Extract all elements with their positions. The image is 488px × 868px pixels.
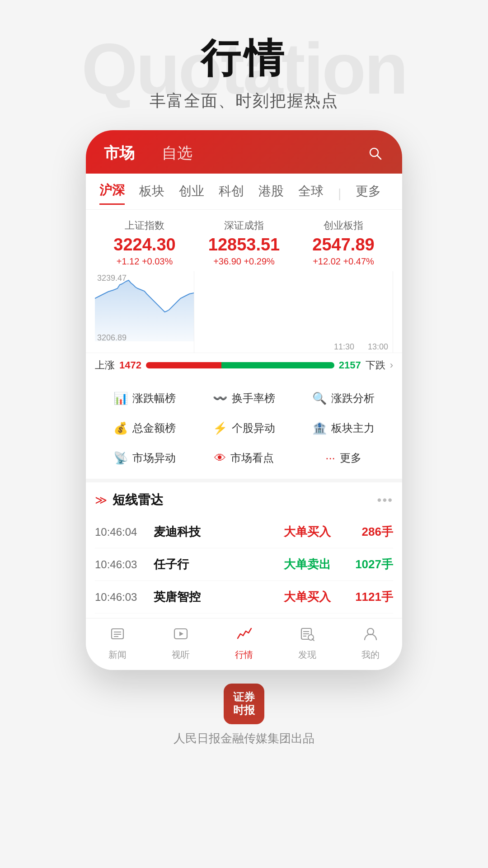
menu-item-sector-main[interactable]: 🏦 板块主力 [294, 415, 393, 442]
chart-time-labels: 11:30 13:00 [194, 341, 393, 353]
tab-watchlist[interactable]: 自选 [162, 143, 192, 164]
sector-main-text: 板块主力 [331, 421, 375, 435]
market-icon [236, 626, 252, 646]
index-shanghai-value: 3224.30 [95, 235, 194, 255]
chart-area: 3239.47 3206.89 11:30 13:00 [95, 271, 393, 353]
svg-line-1 [377, 156, 381, 159]
tab-market[interactable]: 市场 [104, 143, 135, 164]
phone-frame: 市场 自选 沪深 板块 创业 科创 港股 全球 | 更多 上证指数 3224.3… [86, 130, 402, 670]
top-bar-tabs: 市场 自选 [104, 143, 192, 164]
nav-news[interactable]: 新闻 [86, 626, 149, 661]
index-shanghai-change: +1.12 +0.03% [95, 256, 194, 267]
index-shenzhen-name: 深证成指 [194, 219, 294, 232]
radar-amount-0: 286手 [343, 524, 393, 540]
market-movement-icon: 📡 [113, 451, 128, 465]
radar-action-2: 大单买入 [271, 589, 343, 605]
menu-item-market-view[interactable]: 👁 市场看点 [194, 444, 294, 472]
menu-item-more[interactable]: ··· 更多 [294, 444, 393, 472]
menu-item-market-movement[interactable]: 📡 市场异动 [95, 444, 194, 472]
turnover-rank-icon: 〰️ [213, 392, 227, 406]
nav-video[interactable]: 视听 [149, 626, 212, 661]
rise-label: 上涨 [95, 359, 115, 372]
index-row: 上证指数 3224.30 +1.12 +0.03% 深证成指 12853.51 … [86, 210, 402, 271]
radar-time-0: 10:46:04 [95, 526, 154, 538]
rise-fall-track [146, 362, 334, 368]
menu-item-rise-fall-rank[interactable]: 📊 涨跌幅榜 [95, 385, 194, 412]
menu-item-total-amount[interactable]: 💰 总金额榜 [95, 415, 194, 442]
chart-left: 3239.47 3206.89 [95, 271, 194, 353]
nav-video-label: 视听 [172, 649, 190, 661]
radar-stock-2: 英唐智控 [154, 589, 271, 605]
rise-fall-rank-icon: 📊 [113, 392, 128, 406]
bottom-navigation: 新闻 视听 行情 [86, 618, 402, 670]
menu-item-rise-fall-analysis[interactable]: 🔍 涨跌分析 [294, 385, 393, 412]
discover-icon [299, 626, 315, 646]
nav-discover-label: 发现 [298, 649, 316, 661]
chart-low-label: 3206.89 [97, 333, 127, 343]
fall-label: 下跌 [366, 359, 385, 372]
menu-row-3: 📡 市场异动 👁 市场看点 ··· 更多 [95, 444, 393, 472]
index-shenzhen-change: +36.90 +0.29% [194, 256, 294, 267]
index-chuangye-name: 创业板指 [294, 219, 393, 232]
menu-grid: 📊 涨跌幅榜 〰️ 换手率榜 🔍 涨跌分析 💰 总金额榜 ⚡ 个股异动 � [86, 377, 402, 482]
radar-title: 短线雷达 [113, 491, 163, 509]
footer-logo: 证券 时报 [224, 684, 264, 724]
fall-bar [221, 362, 334, 368]
chevron-right-icon: › [390, 359, 393, 371]
index-shenzhen[interactable]: 深证成指 12853.51 +36.90 +0.29% [194, 219, 294, 267]
radar-time-2: 10:46:03 [95, 591, 154, 604]
subnav-chuangye[interactable]: 创业 [179, 183, 204, 204]
nav-market-label: 行情 [235, 649, 253, 661]
radar-header: ≫ 短线雷达 ••• [95, 491, 393, 509]
stock-movement-icon: ⚡ [213, 421, 227, 435]
profile-icon [362, 626, 379, 646]
total-amount-icon: 💰 [113, 421, 128, 435]
menu-item-stock-movement[interactable]: ⚡ 个股异动 [194, 415, 294, 442]
footer-text: 人民日报金融传媒集团出品 [0, 731, 488, 746]
radar-amount-1: 1027手 [343, 557, 393, 572]
turnover-rank-text: 换手率榜 [232, 391, 275, 406]
radar-time-1: 10:46:03 [95, 558, 154, 571]
nav-market[interactable]: 行情 [212, 626, 276, 661]
sub-navigation: 沪深 板块 创业 科创 港股 全球 | 更多 [86, 174, 402, 210]
chart-high-label: 3239.47 [97, 274, 127, 283]
top-bar: 市场 自选 [86, 130, 402, 174]
subnav-hkstock[interactable]: 港股 [258, 183, 284, 204]
index-shanghai[interactable]: 上证指数 3224.30 +1.12 +0.03% [95, 219, 194, 267]
footer-logo-inner: 证券 时报 [233, 691, 255, 717]
radar-row-2[interactable]: 10:46:03 英唐智控 大单买入 1121手 [95, 581, 393, 613]
index-chuangye[interactable]: 创业板指 2547.89 +12.02 +0.47% [294, 219, 393, 267]
radar-stock-0: 麦迪科技 [154, 524, 271, 540]
menu-item-turnover-rank[interactable]: 〰️ 换手率榜 [194, 385, 294, 412]
radar-action-0: 大单买入 [271, 524, 343, 540]
chart-time-1300: 13:00 [368, 342, 388, 352]
market-view-icon: 👁 [214, 451, 226, 465]
radar-row-1[interactable]: 10:46:03 任子行 大单卖出 1027手 [95, 548, 393, 581]
radar-amount-2: 1121手 [343, 589, 393, 605]
radar-row-0[interactable]: 10:46:04 麦迪科技 大单买入 286手 [95, 516, 393, 548]
subnav-sector[interactable]: 板块 [139, 183, 164, 204]
subnav-kechuang[interactable]: 科创 [219, 183, 244, 204]
subnav-more[interactable]: 更多 [356, 183, 381, 204]
index-shenzhen-value: 12853.51 [194, 235, 294, 255]
radar-title-left: ≫ 短线雷达 [95, 491, 163, 509]
radar-more-icon[interactable]: ••• [377, 493, 393, 507]
index-chuangye-value: 2547.89 [294, 235, 393, 255]
page-title: 行情 [0, 32, 488, 85]
index-shanghai-name: 上证指数 [95, 219, 194, 232]
menu-row-2: 💰 总金额榜 ⚡ 个股异动 🏦 板块主力 [95, 415, 393, 442]
search-button[interactable] [366, 144, 384, 162]
chart-right: 11:30 13:00 [194, 271, 393, 353]
market-movement-text: 市场异动 [132, 451, 176, 465]
subnav-global[interactable]: 全球 [298, 183, 324, 204]
more-icon: ··· [325, 451, 335, 465]
svg-line-13 [312, 639, 314, 641]
svg-marker-7 [179, 632, 183, 636]
radar-action-1: 大单卖出 [271, 557, 343, 572]
subnav-shanghai[interactable]: 沪深 [99, 182, 125, 205]
page-footer: 证券 时报 人民日报金融传媒集团出品 [0, 684, 488, 746]
rise-fall-bar[interactable]: 上涨 1472 2157 下跌 › [86, 353, 402, 377]
nav-profile[interactable]: 我的 [339, 626, 402, 661]
fall-count: 2157 [339, 359, 361, 371]
nav-discover[interactable]: 发现 [276, 626, 339, 661]
